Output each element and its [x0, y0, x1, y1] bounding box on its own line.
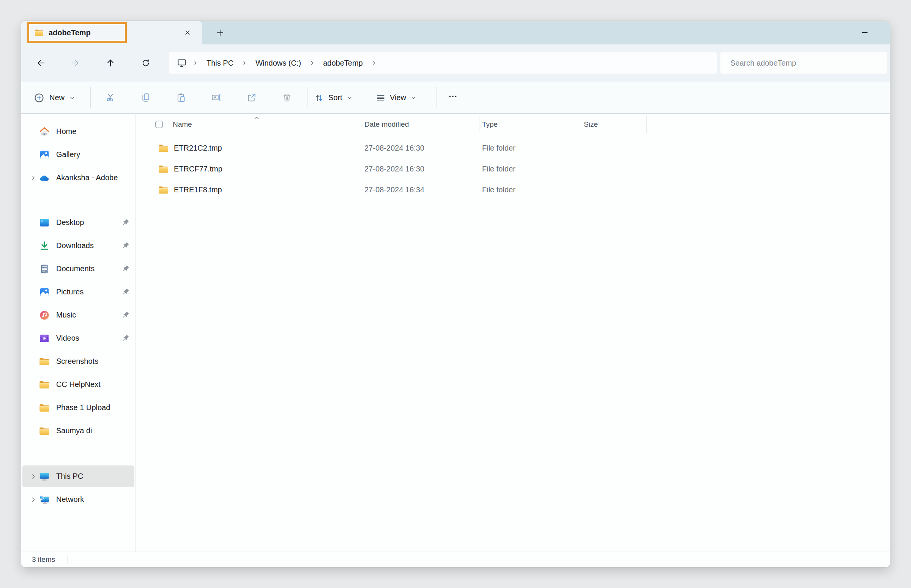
home-icon — [39, 126, 50, 137]
delete-button[interactable] — [278, 89, 296, 106]
copy-button[interactable] — [137, 89, 154, 106]
forward-button[interactable] — [68, 55, 83, 71]
status-bar: 3 items — [21, 552, 890, 567]
share-icon — [246, 92, 257, 103]
rename-icon — [211, 92, 222, 103]
chevron-right-icon[interactable] — [28, 473, 39, 480]
folder-icon — [39, 356, 50, 367]
tab-close-button[interactable] — [181, 26, 194, 39]
folder-icon — [34, 28, 44, 37]
titlebar: adobeTemp — [21, 21, 890, 44]
up-button[interactable] — [103, 55, 118, 71]
gallery-icon — [39, 149, 50, 160]
sort-ascending-caret-icon — [253, 114, 261, 122]
arrow-right-icon — [70, 58, 80, 68]
cut-button[interactable] — [102, 89, 119, 106]
music-icon — [39, 310, 50, 321]
downloads-icon — [39, 240, 50, 252]
refresh-button[interactable] — [138, 55, 153, 71]
sidebar-item-phase-1-upload[interactable]: Phase 1 Upload — [23, 397, 134, 418]
new-tab-button[interactable] — [212, 26, 228, 40]
select-all-checkbox[interactable] — [154, 120, 164, 129]
sidebar-item-music[interactable]: Music — [23, 304, 134, 326]
folder-icon — [158, 143, 169, 153]
breadcrumb-adobetemp[interactable]: adobeTemp — [317, 55, 369, 71]
sidebar-item-network[interactable]: Network — [23, 489, 134, 510]
sidebar-item-pictures[interactable]: Pictures — [23, 281, 134, 303]
chevron-down-icon — [410, 95, 416, 101]
column-header-date-modified[interactable]: Date modified — [364, 114, 409, 135]
new-button[interactable]: New — [31, 88, 81, 108]
tab-highlight-box: adobeTemp — [28, 22, 127, 43]
sidebar-item-desktop[interactable]: Desktop — [23, 212, 134, 233]
column-divider[interactable] — [646, 116, 647, 133]
chevron-right-icon[interactable] — [28, 496, 39, 503]
more-options-button[interactable] — [444, 88, 461, 105]
rename-button[interactable] — [208, 89, 225, 106]
toolbar-separator — [307, 87, 307, 108]
sidebar-item-cc-helpnext[interactable]: CC HelpNext — [23, 374, 134, 395]
pin-icon — [120, 333, 130, 343]
column-divider[interactable] — [479, 116, 479, 133]
back-button[interactable] — [33, 55, 49, 71]
chevron-right-icon — [193, 60, 199, 66]
paste-button[interactable] — [172, 89, 190, 106]
file-row[interactable]: ETRE1F8.tmp 27-08-2024 16:34 File folder — [136, 179, 890, 200]
sidebar-item-downloads[interactable]: Downloads — [23, 235, 134, 257]
documents-icon — [39, 263, 50, 275]
sidebar-item-this-pc[interactable]: This PC — [23, 465, 134, 487]
file-row[interactable]: ETR21C2.tmp 27-08-2024 16:30 File folder — [136, 138, 890, 158]
share-button[interactable] — [243, 89, 261, 106]
new-circle-plus-icon — [33, 92, 45, 103]
command-bar: New Sort View — [21, 82, 890, 114]
sidebar-item-screenshots[interactable]: Screenshots — [23, 351, 134, 372]
folder-icon — [39, 379, 50, 390]
folder-icon — [39, 425, 50, 437]
sort-button-label: Sort — [328, 93, 342, 102]
minimize-button[interactable] — [856, 25, 873, 40]
view-button[interactable]: View — [374, 88, 421, 108]
desktop-icon — [39, 217, 50, 228]
sidebar-item-saumya-di[interactable]: Saumya di — [23, 420, 134, 441]
cut-icon — [105, 92, 116, 103]
sidebar-item-home[interactable]: Home — [23, 121, 134, 142]
column-header-name[interactable]: Name — [173, 114, 192, 135]
search-input[interactable] — [720, 59, 887, 68]
column-divider[interactable] — [581, 116, 581, 133]
onedrive-icon — [39, 172, 50, 184]
column-divider[interactable] — [361, 116, 361, 133]
chevron-right-icon[interactable] — [28, 174, 39, 181]
pin-icon — [120, 264, 130, 274]
sidebar-item-videos[interactable]: Videos — [23, 327, 134, 349]
file-type: File folder — [482, 138, 516, 158]
file-row[interactable]: ETRCF77.tmp 27-08-2024 16:30 File folder — [136, 158, 890, 179]
this-pc-icon — [39, 471, 50, 482]
toolbar-separator — [91, 87, 91, 108]
network-icon — [39, 494, 50, 505]
sort-icon — [314, 93, 324, 103]
sidebar-item-documents[interactable]: Documents — [23, 258, 134, 279]
chevron-right-icon[interactable] — [371, 60, 377, 66]
chevron-down-icon — [346, 95, 353, 101]
arrow-left-icon — [36, 58, 46, 68]
column-header-type[interactable]: Type — [482, 114, 498, 135]
sidebar-separator — [27, 453, 130, 453]
breadcrumb-windows-c[interactable]: Windows (C:) — [249, 55, 307, 71]
more-icon — [448, 91, 458, 101]
monitor-icon[interactable] — [176, 58, 187, 68]
arrow-up-icon — [105, 58, 115, 68]
pin-icon — [120, 218, 130, 228]
toolbar-separator — [437, 87, 437, 108]
file-list: Name Date modified Type Size ETR21C2.tmp… — [136, 114, 890, 552]
new-button-label: New — [49, 93, 65, 102]
sidebar-item-gallery[interactable]: Gallery — [23, 144, 134, 165]
column-header-size[interactable]: Size — [584, 114, 598, 135]
delete-icon — [282, 92, 292, 103]
file-date-modified: 27-08-2024 16:34 — [364, 179, 424, 200]
tab-adobetemp[interactable]: adobeTemp — [21, 21, 202, 44]
file-type: File folder — [482, 179, 516, 200]
chevron-right-icon — [241, 60, 248, 66]
sidebar-item-onedrive[interactable]: Akanksha - Adobe — [23, 167, 134, 189]
sort-button[interactable]: Sort — [312, 88, 357, 108]
breadcrumb-this-pc[interactable]: This PC — [200, 55, 240, 71]
